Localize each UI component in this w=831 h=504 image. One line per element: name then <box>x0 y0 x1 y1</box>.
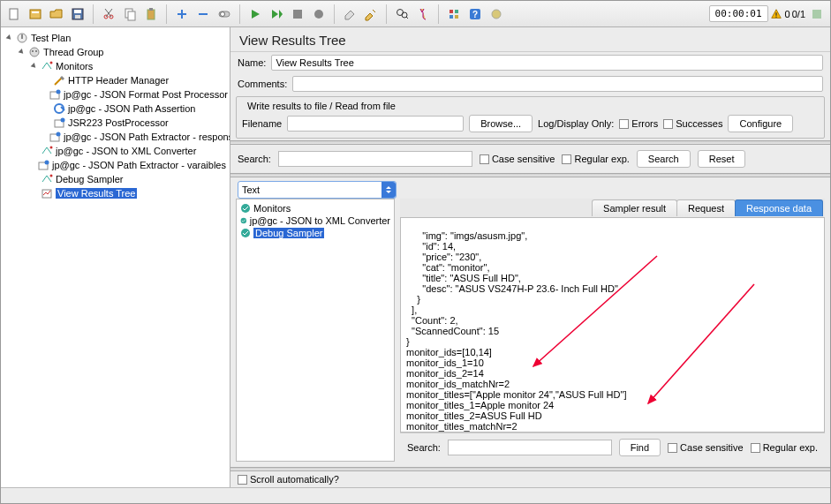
templates-icon[interactable] <box>26 4 45 24</box>
filename-label: Filename <box>242 118 282 129</box>
svg-rect-25 <box>775 12 776 16</box>
svg-rect-10 <box>147 10 155 19</box>
reset-search-icon[interactable] <box>413 4 433 24</box>
svg-rect-18 <box>449 10 453 13</box>
scroll-auto-checkbox[interactable]: Scroll automatically? <box>238 474 339 485</box>
tree-node-debug-sampler[interactable]: Debug Sampler <box>26 172 230 186</box>
svg-text:?: ? <box>472 10 478 19</box>
status-bar <box>1 487 830 503</box>
results-panel: View Results Tree Name: Comments: Write … <box>230 27 830 487</box>
filename-input[interactable] <box>287 116 464 132</box>
main-window: ? 00:00:01 0 0/1 Test Plan Thread Group <box>0 0 831 504</box>
annotation-arrow-1 <box>525 252 666 375</box>
tree-node-thread-group[interactable]: Thread Group <box>13 45 230 59</box>
case-sensitive-checkbox[interactable]: Case sensitive <box>480 154 555 164</box>
stop-icon[interactable] <box>288 4 307 24</box>
start-no-timers-icon[interactable] <box>267 4 286 24</box>
tree-node-monitors[interactable]: Monitors <box>26 59 230 73</box>
open-icon[interactable] <box>47 4 66 24</box>
browse-button[interactable]: Browse... <box>469 115 533 132</box>
sampler-debug[interactable]: Debug Sampler <box>238 227 392 239</box>
logdisplay-label: Log/Display Only: <box>538 118 614 129</box>
renderer-dropdown[interactable]: Text <box>238 181 397 199</box>
warning-icon <box>770 8 782 20</box>
successes-checkbox[interactable]: Successes <box>663 118 722 129</box>
cut-icon[interactable] <box>99 4 118 24</box>
svg-point-15 <box>314 10 323 19</box>
tree-node-json-extractor-var[interactable]: jp@gc - JSON Path Extractor - varaibles <box>26 158 230 172</box>
tree-node-json-extractor-resp[interactable]: jp@gc - JSON Path Extractor - response <box>38 130 230 144</box>
start-icon[interactable] <box>246 4 265 24</box>
tree-node-jsr223[interactable]: JSR223 PostProcessor <box>38 116 230 130</box>
find-button[interactable]: Find <box>619 439 661 456</box>
copy-icon[interactable] <box>120 4 140 24</box>
tab-request[interactable]: Request <box>676 199 736 216</box>
tree-node-view-results[interactable]: View Results Tree <box>26 186 230 200</box>
svg-point-31 <box>32 50 34 52</box>
sampler-monitors[interactable]: Monitors <box>238 202 392 214</box>
paste-icon[interactable] <box>141 4 161 24</box>
svg-point-46 <box>241 204 250 213</box>
svg-point-13 <box>221 11 225 16</box>
svg-point-30 <box>30 48 39 56</box>
tree-node-json-assertion[interactable]: jp@gc - JSON Path Assertion <box>38 102 230 116</box>
search-label: Search: <box>238 154 271 164</box>
clear-icon[interactable] <box>340 4 359 24</box>
comments-input[interactable] <box>292 76 823 92</box>
bottom-regex-checkbox[interactable]: Regular exp. <box>751 442 818 453</box>
svg-point-38 <box>61 118 65 123</box>
mystery-icon[interactable] <box>807 4 827 24</box>
save-icon[interactable] <box>68 4 87 24</box>
reset-button[interactable]: Reset <box>698 150 746 168</box>
search-input[interactable] <box>278 151 472 167</box>
response-output[interactable]: "img": "imgs/asusm.jpg", "id": 14, "pric… <box>400 218 825 433</box>
svg-rect-19 <box>455 10 458 13</box>
annotation-arrow-2 <box>639 280 763 412</box>
svg-line-49 <box>533 256 657 366</box>
svg-rect-5 <box>75 15 80 19</box>
svg-rect-9 <box>128 11 135 20</box>
svg-rect-14 <box>293 10 302 19</box>
test-plan-tree[interactable]: Test Plan Thread Group Monitors HTTP Hea… <box>1 27 230 487</box>
help-icon[interactable]: ? <box>465 4 485 24</box>
svg-rect-29 <box>21 34 23 39</box>
tab-response-data[interactable]: Response data <box>735 199 823 216</box>
function-helper-icon[interactable] <box>444 4 464 24</box>
warning-indicator[interactable]: 0 <box>770 8 790 20</box>
tree-node-json-xml-converter[interactable]: jp@gc - JSON to XML Converter <box>26 144 230 158</box>
svg-point-35 <box>57 90 61 94</box>
name-input[interactable] <box>271 55 823 71</box>
toggle-icon[interactable] <box>215 4 234 24</box>
sampler-xml-converter[interactable]: jp@gc - JSON to XML Converter <box>238 214 392 227</box>
svg-point-48 <box>241 229 250 237</box>
svg-point-24 <box>492 10 501 19</box>
tab-sampler-result[interactable]: Sampler result <box>592 199 677 216</box>
svg-rect-20 <box>449 15 453 19</box>
name-label: Name: <box>238 57 266 68</box>
shutdown-icon[interactable] <box>309 4 329 24</box>
bottom-search-input[interactable] <box>448 440 612 455</box>
errors-checkbox[interactable]: Errors <box>619 118 658 129</box>
collapse-icon[interactable] <box>193 4 213 24</box>
expand-icon[interactable] <box>172 4 192 24</box>
search-icon[interactable] <box>392 4 412 24</box>
svg-rect-26 <box>775 16 776 17</box>
result-tabs: Sampler result Request Response data <box>400 199 825 218</box>
what-icon[interactable] <box>487 4 506 24</box>
svg-point-47 <box>241 218 246 223</box>
sampler-tree[interactable]: Monitors jp@gc - JSON to XML Converter D… <box>236 199 395 462</box>
svg-line-50 <box>648 284 754 403</box>
tree-node-http-header[interactable]: HTTP Header Manager <box>38 73 230 87</box>
regex-checkbox[interactable]: Regular exp. <box>562 154 629 164</box>
clear-all-icon[interactable] <box>361 4 381 24</box>
bottom-case-checkbox[interactable]: Case sensitive <box>668 442 744 453</box>
svg-point-43 <box>44 161 49 165</box>
tree-node-json-post-processor[interactable]: jp@gc - JSON Format Post Processor <box>38 87 230 102</box>
configure-button[interactable]: Configure <box>728 115 793 132</box>
tree-node-test-plan[interactable]: Test Plan <box>1 31 230 45</box>
new-icon[interactable] <box>4 4 24 24</box>
svg-rect-27 <box>812 10 821 19</box>
svg-rect-21 <box>455 15 458 19</box>
svg-point-40 <box>57 132 61 137</box>
search-button[interactable]: Search <box>637 150 691 168</box>
